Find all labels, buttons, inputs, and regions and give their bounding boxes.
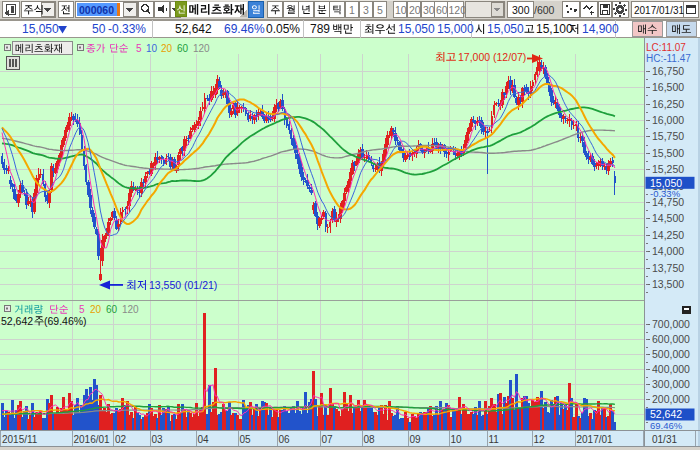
svg-text:120: 120 — [122, 304, 139, 315]
svg-text:14,500: 14,500 — [652, 212, 684, 224]
svg-text:120: 120 — [193, 43, 210, 54]
svg-text:700,000: 700,000 — [652, 318, 690, 330]
svg-text:20: 20 — [161, 43, 173, 54]
svg-text:05: 05 — [240, 434, 252, 445]
svg-text:789: 789 — [310, 22, 330, 36]
svg-text:5: 5 — [377, 4, 383, 16]
svg-text:16,250: 16,250 — [652, 98, 684, 110]
svg-text:13,500: 13,500 — [652, 278, 684, 290]
svg-text:15,050: 15,050 — [398, 22, 435, 36]
svg-text:5: 5 — [136, 43, 142, 54]
svg-text:03: 03 — [152, 434, 164, 445]
svg-text:08: 08 — [364, 434, 376, 445]
svg-text:0.05%: 0.05% — [266, 22, 300, 36]
svg-text:60: 60 — [177, 43, 189, 54]
svg-text:HC:-11.47: HC:-11.47 — [646, 53, 691, 64]
svg-text:2016/01: 2016/01 — [74, 434, 111, 445]
svg-text:69.46%: 69.46% — [650, 420, 683, 431]
svg-text:06: 06 — [279, 434, 291, 445]
svg-text:02: 02 — [115, 434, 127, 445]
svg-text:2017/01: 2017/01 — [577, 434, 614, 445]
svg-text:01/31: 01/31 — [652, 434, 677, 445]
svg-text:11: 11 — [489, 434, 500, 445]
svg-text:16,500: 16,500 — [652, 81, 684, 93]
svg-text:14,000: 14,000 — [652, 245, 684, 257]
svg-text:10: 10 — [146, 43, 158, 54]
svg-text:30: 30 — [423, 4, 435, 16]
svg-text:-0.33%: -0.33% — [650, 188, 681, 199]
svg-text:52,642: 52,642 — [650, 408, 682, 420]
svg-text:000060: 000060 — [79, 4, 114, 16]
svg-text:15,750: 15,750 — [652, 130, 684, 142]
svg-text:-0.33%: -0.33% — [108, 22, 146, 36]
svg-text:1: 1 — [349, 4, 355, 16]
svg-text:400,000: 400,000 — [652, 363, 690, 375]
svg-text:200,000: 200,000 — [652, 393, 690, 405]
svg-text:2017/01/31: 2017/01/31 — [634, 5, 684, 16]
svg-text:15,100: 15,100 — [536, 22, 573, 36]
svg-text:15,250: 15,250 — [652, 163, 684, 175]
svg-text:16,000: 16,000 — [652, 114, 684, 126]
svg-text:04: 04 — [198, 434, 210, 445]
svg-text:5: 5 — [79, 304, 85, 315]
svg-text:69.46%: 69.46% — [224, 22, 265, 36]
svg-text:20: 20 — [90, 304, 102, 315]
svg-text:20: 20 — [409, 4, 421, 16]
svg-text:3: 3 — [363, 4, 369, 16]
svg-text:50: 50 — [92, 22, 106, 36]
svg-text:17,000 (12/07): 17,000 (12/07) — [458, 51, 526, 63]
svg-text:60: 60 — [436, 4, 448, 16]
svg-text:(69.46%): (69.46%) — [44, 315, 87, 327]
svg-text:52,642: 52,642 — [1, 315, 33, 327]
svg-text:10: 10 — [395, 4, 407, 16]
svg-text:09: 09 — [410, 434, 422, 445]
svg-text:14,900: 14,900 — [582, 22, 619, 36]
svg-text:2015/11: 2015/11 — [2, 434, 38, 445]
svg-text:LC:11.07: LC:11.07 — [646, 42, 686, 53]
svg-text:300: 300 — [512, 4, 530, 16]
svg-text:15,050: 15,050 — [487, 22, 524, 36]
svg-text:300,000: 300,000 — [652, 378, 690, 390]
svg-text:12: 12 — [534, 434, 546, 445]
svg-text:07: 07 — [322, 434, 334, 445]
svg-text:10: 10 — [451, 434, 463, 445]
svg-text:500,000: 500,000 — [652, 348, 690, 360]
svg-text:15,050: 15,050 — [22, 22, 59, 36]
svg-text:15,500: 15,500 — [652, 147, 684, 159]
svg-text:16,750: 16,750 — [652, 65, 684, 77]
svg-text:/600: /600 — [534, 4, 555, 16]
svg-text:13,750: 13,750 — [652, 262, 684, 274]
svg-text:600,000: 600,000 — [652, 333, 690, 345]
svg-text:13,550 (01/21): 13,550 (01/21) — [149, 279, 217, 291]
svg-text:60: 60 — [106, 304, 118, 315]
svg-text:15,000: 15,000 — [437, 22, 474, 36]
svg-text:120: 120 — [449, 4, 467, 16]
svg-text:52,642: 52,642 — [175, 22, 212, 36]
svg-text:14,250: 14,250 — [652, 229, 684, 241]
